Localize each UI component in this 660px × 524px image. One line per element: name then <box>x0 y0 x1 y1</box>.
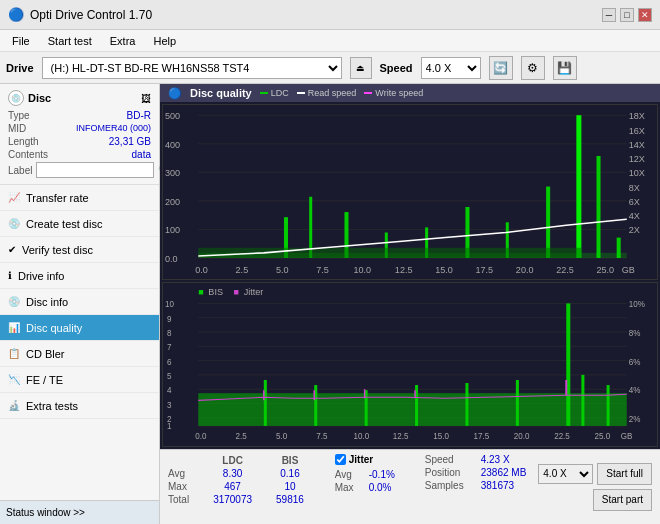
menu-bar: File Start test Extra Help <box>0 30 660 52</box>
disc-mid-value: INFOMER40 (000) <box>76 123 151 134</box>
nav-disc-quality[interactable]: 📊 Disc quality <box>0 315 159 341</box>
legend-write-speed: Write speed <box>364 88 423 98</box>
speed-label: Speed <box>380 62 413 74</box>
app-icon: 🔵 <box>8 7 24 22</box>
svg-rect-33 <box>617 238 621 258</box>
col-header-bis: BIS <box>264 454 316 467</box>
speed-select[interactable]: 4.0 X <box>421 57 481 79</box>
disc-type-value: BD-R <box>127 110 151 121</box>
svg-text:0.0: 0.0 <box>165 254 178 264</box>
disc-contents-row: Contents data <box>8 149 151 160</box>
start-part-button[interactable]: Start part <box>593 489 652 511</box>
verify-test-disc-label: Verify test disc <box>22 244 93 256</box>
right-panel: 🔵 Disc quality LDC Read speed Write spee… <box>160 84 660 524</box>
nav-create-test-disc[interactable]: 💿 Create test disc <box>0 211 159 237</box>
max-ldc: 467 <box>201 480 264 493</box>
max-label: Max <box>168 480 201 493</box>
col-header-label <box>168 454 201 467</box>
disc-length-row: Length 23,31 GB <box>8 136 151 147</box>
maximize-button[interactable]: □ <box>620 8 634 22</box>
jitter-max-label: Max <box>335 482 365 493</box>
svg-text:200: 200 <box>165 197 180 207</box>
samples-label: Samples <box>425 480 477 491</box>
info-button[interactable]: 💾 <box>553 56 577 80</box>
svg-text:8X: 8X <box>629 183 640 193</box>
jitter-header: Jitter <box>335 454 417 465</box>
transfer-rate-icon: 📈 <box>8 192 20 203</box>
write-speed-label: Write speed <box>375 88 423 98</box>
speed-dropdown[interactable]: 4.0 X <box>538 464 593 484</box>
svg-text:8: 8 <box>167 329 172 338</box>
cd-bler-icon: 📋 <box>8 348 20 359</box>
svg-text:■: ■ <box>198 287 203 297</box>
svg-text:8%: 8% <box>629 329 641 338</box>
svg-text:0.0: 0.0 <box>195 432 207 441</box>
position-value: 23862 MB <box>481 467 527 478</box>
jitter-checkbox[interactable] <box>335 454 346 465</box>
cd-bler-label: CD Bler <box>26 348 65 360</box>
svg-text:BIS: BIS <box>208 287 223 297</box>
nav-transfer-rate[interactable]: 📈 Transfer rate <box>0 185 159 211</box>
svg-text:12X: 12X <box>629 154 645 164</box>
svg-text:17.5: 17.5 <box>476 266 494 276</box>
speed-stat-label: Speed <box>425 454 477 465</box>
drive-eject-button[interactable]: ⏏ <box>350 57 372 79</box>
action-buttons: 4.0 X Start full Start part <box>530 450 660 524</box>
svg-text:10.0: 10.0 <box>354 266 372 276</box>
menu-extra[interactable]: Extra <box>102 33 144 49</box>
close-button[interactable]: ✕ <box>638 8 652 22</box>
jitter-avg-row: Avg -0.1% <box>335 469 417 480</box>
stats-bottom: LDC BIS Avg 8.30 0.16 Max <box>160 449 660 524</box>
nav-cd-bler[interactable]: 📋 CD Bler <box>0 341 159 367</box>
legend-read-speed: Read speed <box>297 88 357 98</box>
svg-text:4%: 4% <box>629 386 641 395</box>
app-title: Opti Drive Control 1.70 <box>30 8 152 22</box>
position-row: Position 23862 MB <box>425 467 527 478</box>
svg-text:12.5: 12.5 <box>395 266 413 276</box>
jitter-section: Jitter Avg -0.1% Max 0.0% <box>331 450 421 524</box>
status-window-label: Status window >> <box>6 507 85 518</box>
svg-text:4X: 4X <box>629 211 640 221</box>
svg-text:9: 9 <box>167 314 172 323</box>
settings-button[interactable]: ⚙ <box>521 56 545 80</box>
disc-label-input[interactable] <box>36 162 154 178</box>
speed-position-section: Speed 4.23 X Position 23862 MB Samples 3… <box>421 450 531 524</box>
avg-ldc: 8.30 <box>201 467 264 480</box>
nav-disc-info[interactable]: 💿 Disc info <box>0 289 159 315</box>
menu-start-test[interactable]: Start test <box>40 33 100 49</box>
read-speed-label: Read speed <box>308 88 357 98</box>
create-test-disc-icon: 💿 <box>8 218 20 229</box>
ldc-chart-svg: 500 400 300 200 100 0.0 18X 16X 14X 12X … <box>163 105 657 278</box>
menu-help[interactable]: Help <box>145 33 184 49</box>
max-bis: 10 <box>264 480 316 493</box>
svg-text:300: 300 <box>165 169 180 179</box>
svg-text:5: 5 <box>167 372 172 381</box>
disc-header: 💿 Disc 🖼 <box>8 90 151 106</box>
menu-file[interactable]: File <box>4 33 38 49</box>
refresh-button[interactable]: 🔄 <box>489 56 513 80</box>
svg-text:15.0: 15.0 <box>435 266 453 276</box>
disc-mid-label: MID <box>8 123 26 134</box>
drive-select[interactable]: (H:) HL-DT-ST BD-RE WH16NS58 TST4 <box>42 57 342 79</box>
position-label: Position <box>425 467 477 478</box>
minimize-button[interactable]: ─ <box>602 8 616 22</box>
nav-verify-test-disc[interactable]: ✔ Verify test disc <box>0 237 159 263</box>
nav-extra-tests[interactable]: 🔬 Extra tests <box>0 393 159 419</box>
disc-contents-label: Contents <box>8 149 48 160</box>
disc-type-row: Type BD-R <box>8 110 151 121</box>
status-window-button[interactable]: Status window >> <box>0 500 159 524</box>
svg-text:6X: 6X <box>629 197 640 207</box>
left-panel: 💿 Disc 🖼 Type BD-R MID INFOMER40 (000) L… <box>0 84 160 524</box>
svg-text:2X: 2X <box>629 226 640 236</box>
stats-row-max: Max 467 10 <box>168 480 316 493</box>
nav-drive-info[interactable]: ℹ Drive info <box>0 263 159 289</box>
disc-mid-row: MID INFOMER40 (000) <box>8 123 151 134</box>
svg-text:25.0: 25.0 <box>594 432 610 441</box>
svg-text:5.0: 5.0 <box>276 432 288 441</box>
stats-data-table: LDC BIS Avg 8.30 0.16 Max <box>168 454 316 506</box>
start-full-button[interactable]: Start full <box>597 463 652 485</box>
nav-fe-te[interactable]: 📉 FE / TE <box>0 367 159 393</box>
stats-table: LDC BIS Avg 8.30 0.16 Max <box>160 450 331 524</box>
jitter-avg-value: -0.1% <box>369 469 395 480</box>
svg-rect-77 <box>198 393 626 426</box>
